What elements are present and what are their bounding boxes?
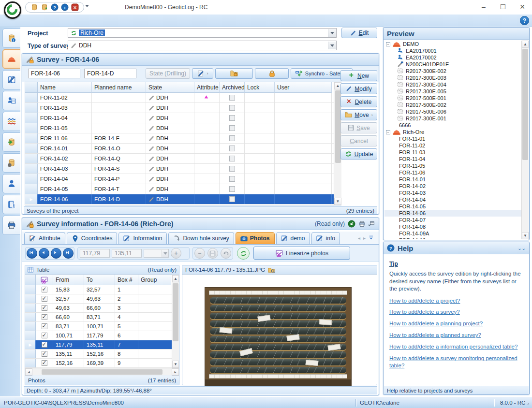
tab-photos[interactable]: Photos — [236, 232, 275, 244]
tree-item-R2017-300E-004[interactable]: R2017-300E-004 — [384, 81, 521, 88]
tree-item-FOR-14-03[interactable]: FOR-14-03 — [384, 189, 521, 196]
survey-type-combo[interactable]: DDH — [68, 41, 337, 50]
archived-checkbox[interactable] — [229, 115, 235, 121]
row-selector[interactable] — [25, 133, 38, 143]
tree-item-Rich-Ore[interactable]: −Rich-Ore — [384, 129, 521, 135]
modify-button[interactable]: Modify — [340, 83, 377, 94]
column-header-archived[interactable]: Archived — [220, 82, 245, 93]
row-selector[interactable] — [25, 154, 38, 163]
linearized-checkbox[interactable] — [42, 314, 47, 320]
help-link-4[interactable]: How to add/delete a planned survey? — [389, 332, 524, 339]
archived-checkbox[interactable] — [229, 156, 235, 161]
row-selector[interactable] — [25, 113, 38, 123]
tab-demo[interactable]: demo — [276, 232, 310, 244]
linearized-checkbox[interactable] — [42, 296, 47, 302]
survey-planned-input[interactable]: FOR-14-D — [84, 69, 136, 78]
tree-item-DEMO[interactable]: −DEMO — [384, 41, 521, 47]
row-selector[interactable] — [25, 304, 36, 312]
tree-item-EA20170001[interactable]: EA20170001 — [384, 47, 521, 54]
add-record-button[interactable]: + — [171, 248, 181, 259]
photo-row-box-6[interactable]: 100,71117,796 — [25, 331, 179, 340]
survey-row-FOR-11-02[interactable]: FOR-11-02DDH — [25, 93, 341, 103]
print-icon[interactable] — [358, 220, 366, 228]
row-selector[interactable] — [25, 93, 38, 102]
sidebar-tab-hardhat[interactable] — [2, 49, 20, 69]
tree-item-6666[interactable]: 6666 — [384, 122, 521, 129]
sidebar-tab-person-table[interactable] — [2, 91, 20, 110]
help-link-1[interactable]: How to add/delete a project? — [389, 297, 524, 305]
archived-checkbox[interactable] — [229, 105, 235, 111]
column-header-attribute[interactable]: Attribute — [194, 82, 220, 93]
column-header-group[interactable]: Group — [138, 275, 171, 285]
row-selector[interactable] — [25, 164, 38, 174]
photos-table-vscrollbar[interactable]: ▲ ▼ — [172, 275, 179, 368]
column-header-linearized[interactable] — [36, 275, 53, 285]
tree-item-EA20170002[interactable]: EA20170002 — [384, 54, 521, 61]
sidebar-tab-db-arrow[interactable] — [2, 132, 20, 152]
tree-item-FOR-14-10[interactable]: FOR-14-10 — [384, 237, 521, 239]
archived-checkbox[interactable] — [229, 146, 235, 151]
new-button[interactable]: New — [340, 70, 377, 81]
tree-item-R2017-500E-001[interactable]: R2017-500E-001 — [384, 95, 521, 102]
group-combo[interactable] — [144, 249, 169, 258]
tree-item-FOR-14-01[interactable]: FOR-14-01 — [384, 176, 521, 183]
close-button[interactable]: ✕ — [513, 0, 532, 14]
move-button[interactable]: Move› — [340, 109, 377, 120]
quick-access-customize-icon[interactable] — [85, 5, 89, 7]
row-selector[interactable] — [25, 285, 36, 294]
photo-row-box-9[interactable]: 152,16169,399 — [25, 359, 179, 368]
tree-expander-icon[interactable]: − — [386, 42, 390, 46]
column-header-state[interactable]: State — [146, 82, 194, 93]
sidebar-tab-waves[interactable] — [2, 112, 20, 131]
sidebar-tab-book-pencil[interactable] — [2, 70, 20, 89]
tree-item-FOR-11-02[interactable]: FOR-11-02 — [384, 142, 521, 149]
tree-expander-icon[interactable]: − — [386, 130, 390, 134]
row-selector[interactable] — [25, 313, 36, 321]
scroll-left-icon[interactable]: ◂ — [25, 368, 32, 376]
tab-coordinates[interactable]: Coordinates — [67, 232, 118, 244]
scroll-down-icon[interactable]: ▼ — [334, 198, 341, 205]
column-header-name[interactable]: Name — [38, 82, 92, 93]
tab-down-hole-survey[interactable]: Down hole survey — [168, 232, 234, 244]
row-selector[interactable]: ▶ — [25, 194, 38, 204]
save-button[interactable]: Save — [340, 122, 377, 133]
survey-name-input[interactable]: FOR-14-06 — [28, 69, 80, 78]
preview-scrollbar[interactable]: ▲ ▼ — [521, 41, 529, 239]
linearize-photos-button[interactable]: Linearize photos — [253, 247, 350, 260]
help-link-6[interactable]: How to add/delete a survey monitoring pe… — [389, 355, 524, 369]
tree-item-R2017-500E-006[interactable]: R2017-500E-006 — [384, 108, 521, 115]
help-button[interactable]: ? — [520, 16, 529, 25]
column-header-lock[interactable]: Lock — [245, 82, 275, 93]
photo-row-box-4[interactable]: 66,6083,714 — [25, 313, 179, 322]
tree-item-R2017-300E-002[interactable]: R2017-300E-002 — [384, 68, 521, 74]
survey-row-FOR-14-02[interactable]: FOR-14-02FOR-14-QDDH — [25, 154, 341, 164]
open-photo-icon[interactable] — [268, 266, 275, 274]
archived-checkbox[interactable] — [229, 135, 235, 141]
survey-row-FOR-11-06[interactable]: FOR-11-06FOR-14-FDDH — [25, 133, 341, 144]
linearized-checkbox[interactable] — [42, 360, 47, 366]
photo-row-box-5[interactable]: 83,71100,715 — [25, 322, 179, 331]
undock-icon[interactable] — [369, 220, 375, 227]
column-header-planned-name[interactable]: Planned name — [92, 82, 146, 93]
row-selector[interactable] — [25, 123, 38, 133]
row-selector[interactable] — [25, 359, 36, 367]
delete-button[interactable]: Delete — [340, 96, 377, 107]
survey-row-FOR-14-06[interactable]: ▶FOR-14-06FOR-14-DDDH — [25, 194, 341, 204]
archived-checkbox[interactable] — [229, 196, 235, 202]
previous-record-button[interactable] — [39, 248, 49, 259]
survey-row-FOR-11-05[interactable]: FOR-11-05DDH — [25, 123, 341, 133]
column-header-user[interactable]: User — [275, 82, 332, 93]
help-circle-icon[interactable]: ? — [51, 3, 59, 11]
scroll-down-icon[interactable]: ▼ — [172, 361, 179, 368]
photo-row-box-2[interactable]: 32,5749,632 — [25, 294, 179, 304]
linearized-checkbox[interactable] — [42, 342, 47, 348]
archived-checkbox[interactable] — [229, 125, 235, 131]
update-button[interactable]: Update — [340, 148, 377, 160]
column-header-box[interactable]: Box # — [115, 275, 138, 285]
tree-item-R2017-300E-003[interactable]: R2017-300E-003 — [384, 74, 521, 81]
tree-item-FOR-14-08[interactable]: FOR-14-08 — [384, 223, 521, 230]
row-selector[interactable] — [25, 331, 36, 340]
collapse-panel-icon[interactable] — [348, 220, 355, 228]
tree-item-R2017-300E-001[interactable]: R2017-300E-001 — [384, 115, 521, 122]
survey-row-FOR-14-04[interactable]: FOR-14-04FOR-14-PDDH — [25, 174, 341, 184]
